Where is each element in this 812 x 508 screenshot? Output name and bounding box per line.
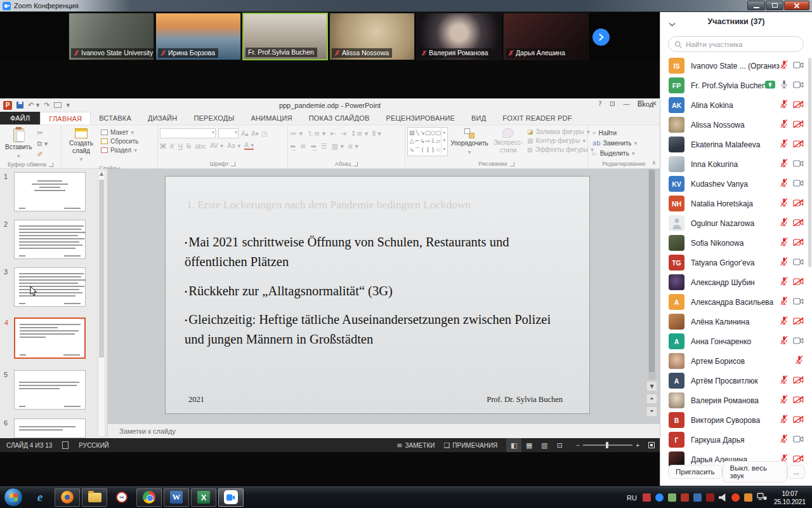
- mute-all-button[interactable]: Выкл. весь звук: [723, 461, 788, 483]
- tab-главная[interactable]: ГЛАВНАЯ: [40, 112, 91, 124]
- video-tile[interactable]: Fr. Prof.Sylvia Buchen: [242, 13, 328, 60]
- paste-button[interactable]: Вставить▾: [2, 127, 35, 161]
- notes-page-icon[interactable]: [62, 441, 69, 449]
- participant-row[interactable]: Алёна Калинина: [660, 312, 812, 331]
- zoom-in-icon[interactable]: +: [636, 442, 639, 449]
- participant-row[interactable]: Inna Kokurina: [660, 154, 812, 174]
- replace-button[interactable]: abЗаменить▾: [593, 140, 637, 147]
- shrink-font-icon[interactable]: A▾: [251, 130, 259, 137]
- video-tile[interactable]: Валерия Романова: [416, 13, 502, 60]
- slide-thumbnail-5[interactable]: 5: [14, 370, 86, 410]
- restore-button[interactable]: [766, 1, 783, 10]
- participant-row[interactable]: TGTatyana Grigor'eva: [660, 253, 812, 272]
- tab-рецензирование[interactable]: РЕЦЕНЗИРОВАНИЕ: [377, 112, 463, 124]
- close-button[interactable]: [784, 1, 809, 10]
- camera-off-icon[interactable]: [793, 415, 804, 426]
- camera-icon[interactable]: [793, 178, 804, 190]
- camera-icon[interactable]: [793, 60, 804, 72]
- font-dialog-launcher[interactable]: [231, 162, 235, 166]
- mic-muted-icon[interactable]: [780, 119, 789, 131]
- new-slide-button[interactable]: Создать слайд▾: [63, 127, 99, 164]
- ribbon-options-icon[interactable]: ⊡: [610, 100, 615, 108]
- mic-muted-icon[interactable]: [780, 296, 789, 308]
- quick-styles-button[interactable]: Экспресс- стили: [491, 127, 525, 155]
- slideshow-view-icon[interactable]: ⊡: [552, 438, 567, 452]
- layout-button[interactable]: Макет▾: [101, 129, 138, 136]
- help-icon[interactable]: ?: [598, 100, 602, 108]
- line-spacing-icon[interactable]: ↕≡ ▾: [351, 130, 368, 138]
- shapes-gallery[interactable]: ▤╲↘□○▢ △⌐↳⇨⇩▱ ∿⌒({}☆: [407, 127, 448, 156]
- font-size-combo[interactable]: [218, 128, 239, 138]
- tab-файл[interactable]: ФАЙЛ: [0, 112, 40, 124]
- slide-sorter-view-icon[interactable]: ▦: [521, 438, 537, 452]
- audio-red-icon[interactable]: [706, 493, 714, 502]
- mic-muted-icon[interactable]: [780, 237, 789, 249]
- participant-row[interactable]: ААнна Гончаренко: [660, 331, 812, 351]
- participant-row[interactable]: ААлександра Васильева: [660, 292, 812, 312]
- decrease-indent-icon[interactable]: ⇤: [330, 130, 336, 138]
- participant-row[interactable]: Alissa Nossowa: [660, 115, 812, 135]
- char-spacing-icon[interactable]: AV ▾: [210, 142, 223, 149]
- comments-toggle[interactable]: ❏ПРИМЕЧАНИЯ: [443, 438, 497, 452]
- mic-muted-icon[interactable]: [780, 257, 789, 269]
- arrange-button[interactable]: Упорядочить▾: [450, 127, 489, 157]
- shape-outline-button[interactable]: ▨Контур фигуры▾: [527, 137, 594, 144]
- snipping-tool-taskbar-icon[interactable]: ✂: [109, 488, 134, 507]
- mic-muted-icon[interactable]: [780, 158, 789, 170]
- shape-fill-button[interactable]: ◪Заливка фигуры▾: [527, 128, 594, 135]
- reading-view-icon[interactable]: ▥: [537, 438, 552, 452]
- mic-muted-icon[interactable]: [780, 60, 789, 72]
- mic-muted-icon[interactable]: [780, 197, 789, 210]
- search-participant-input[interactable]: Найти участника: [668, 36, 804, 52]
- redo-icon[interactable]: ↷: [44, 101, 49, 109]
- tab-дизайн[interactable]: ДИЗАЙН: [140, 112, 185, 124]
- notes-toggle[interactable]: ≡ЗАМЕТКИ: [396, 438, 435, 452]
- participant-row[interactable]: ВВиктория Суворова: [660, 410, 812, 430]
- participant-row[interactable]: Ogulnur Nazarowa: [660, 213, 812, 233]
- participants-scrollbar[interactable]: [808, 58, 811, 267]
- select-button[interactable]: ▻Выделить▾: [593, 150, 637, 157]
- clock[interactable]: 10:07 25.10.2021: [774, 490, 806, 506]
- justify-icon[interactable]: ☰: [321, 142, 327, 150]
- thumbnail-scrollbar[interactable]: ▲: [98, 170, 105, 437]
- mic-muted-icon[interactable]: [780, 316, 789, 328]
- tab-вставка[interactable]: ВСТАВКА: [91, 112, 140, 124]
- tab-переходы[interactable]: ПЕРЕХОДЫ: [185, 112, 242, 124]
- chrome-taskbar-icon[interactable]: [136, 488, 162, 507]
- shadow-button[interactable]: abc: [195, 142, 206, 150]
- opera-icon[interactable]: [731, 493, 740, 502]
- camera-off-icon[interactable]: [793, 237, 804, 249]
- find-button[interactable]: ⌕Найти: [593, 129, 637, 137]
- video-tile[interactable]: Ivanovo State University: [69, 13, 154, 60]
- invite-button[interactable]: Пригласить: [668, 465, 723, 479]
- reset-button[interactable]: Сбросить: [101, 138, 138, 145]
- slide-thumbnail-6[interactable]: 6: [14, 418, 86, 438]
- mic-muted-icon[interactable]: [780, 276, 789, 288]
- tab-показ-слайдов[interactable]: ПОКАЗ СЛАЙДОВ: [301, 112, 378, 124]
- camera-icon[interactable]: [793, 257, 804, 269]
- tab-foxit-reader-pdf[interactable]: FOXIT READER PDF: [494, 112, 580, 124]
- align-center-icon[interactable]: ≡: [300, 142, 306, 150]
- save-icon[interactable]: [16, 102, 23, 109]
- fit-slide-icon[interactable]: [648, 442, 655, 448]
- mic-muted-icon[interactable]: [780, 434, 789, 446]
- start-slideshow-icon[interactable]: [54, 102, 62, 108]
- collapse-panel-icon[interactable]: [669, 18, 676, 29]
- mic-muted-icon[interactable]: [780, 335, 789, 347]
- zoom-out-icon[interactable]: −: [576, 442, 580, 449]
- camera-icon[interactable]: [793, 159, 804, 170]
- pinned-app-icon[interactable]: [643, 493, 651, 502]
- firefox-taskbar-icon[interactable]: [55, 488, 80, 507]
- video-tile[interactable]: Дарья Алешина: [503, 13, 589, 60]
- participant-row[interactable]: Александр Шубин: [660, 272, 812, 292]
- camera-off-icon[interactable]: [793, 218, 804, 229]
- mic-muted-icon[interactable]: [780, 217, 789, 229]
- notes-bar[interactable]: Заметки к слайду: [108, 424, 660, 438]
- mic-muted-icon[interactable]: [780, 99, 789, 111]
- start-button[interactable]: [4, 488, 25, 507]
- camera-off-icon[interactable]: [793, 139, 804, 150]
- slide-thumbnail-3[interactable]: 3: [14, 267, 86, 307]
- mic-muted-icon[interactable]: [780, 394, 789, 406]
- mic-muted-icon[interactable]: [780, 414, 789, 426]
- usb-safely-remove-icon[interactable]: [668, 493, 676, 502]
